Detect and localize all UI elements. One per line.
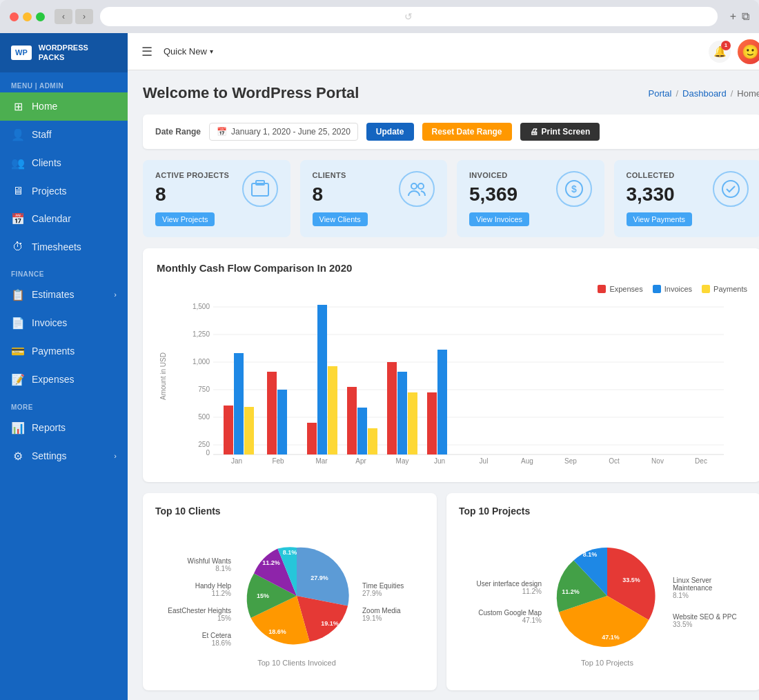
calendar-icon: 📅 [11,212,25,226]
stat-invoiced-label: INVOICED [469,171,529,179]
svg-text:33.5%: 33.5% [622,577,640,583]
svg-text:Oct: Oct [609,457,620,465]
svg-rect-27 [317,305,327,454]
sidebar-item-staff-label: Staff [32,129,52,140]
svg-text:$: $ [571,183,577,194]
page-header: Welcome to WordPress Portal Portal / Das… [143,84,759,102]
update-button[interactable]: Update [366,123,414,141]
svg-text:8.1%: 8.1% [583,551,598,558]
estimates-chevron: › [114,290,117,299]
hamburger-menu[interactable]: ☰ [141,44,152,59]
svg-rect-36 [437,350,447,454]
breadcrumb-dashboard[interactable]: Dashboard [682,88,727,99]
svg-text:Jul: Jul [480,457,489,465]
avatar[interactable]: 🙂 [738,39,759,64]
top-clients-section: Top 10 Clients Wishful Wants 8.1% Handy … [143,493,437,690]
sidebar-item-reports-label: Reports [32,422,66,433]
svg-rect-22 [234,353,244,454]
sidebar-item-home[interactable]: ⊞ Home [0,92,128,121]
legend-invoices: Invoices [664,285,692,293]
svg-text:500: 500 [198,413,210,421]
back-button[interactable]: ‹ [55,9,72,24]
projects-pie-subtitle: Top 10 Projects [581,659,633,667]
forward-button[interactable]: › [75,9,93,24]
bottom-row: Top 10 Clients Wishful Wants 8.1% Handy … [143,493,759,690]
sidebar-item-calendar[interactable]: 📅 Calendar [0,205,128,233]
sidebar-item-reports[interactable]: 📊 Reports [0,414,128,442]
settings-icon: ⚙ [11,450,25,463]
date-range-text: January 1, 2020 - June 25, 2020 [231,127,351,137]
svg-text:27.9%: 27.9% [310,574,328,581]
sidebar-item-timesheets[interactable]: ⏱ Timesheets [0,233,128,261]
minimize-button[interactable] [23,12,32,21]
quick-new-label: Quick New [164,46,207,57]
client-label-eastchester: EastChester Heights 15% [155,607,231,622]
notification-button[interactable]: 🔔 1 [709,41,731,63]
more-label: MORE [0,394,128,414]
sidebar-item-estimates[interactable]: 📋 Estimates › [0,281,128,309]
logo-text: WORDPRESSPACKS [39,43,88,63]
legend-expenses: Expenses [609,285,642,293]
main-content: Welcome to WordPress Portal Portal / Das… [128,70,759,700]
svg-text:Jan: Jan [231,457,242,465]
svg-text:11.2%: 11.2% [562,588,580,595]
traffic-lights [10,12,45,21]
svg-rect-31 [368,428,377,454]
stat-card-projects: ACTIVE PROJECTS 8 View Projects [143,160,290,237]
stat-card-invoiced: INVOICED 5,369 View Invoices $ [457,160,604,237]
breadcrumb-portal[interactable]: Portal [648,88,671,99]
reset-date-button[interactable]: Reset Date Range [422,123,512,141]
stat-card-clients: CLIENTS 8 View Clients [300,160,448,237]
svg-text:Aug: Aug [521,457,533,465]
address-bar[interactable]: ↺ [100,7,718,26]
sidebar-item-clients-label: Clients [32,157,61,168]
projects-pie-chart: 33.5% 47.1% 11.2% 8.1% [549,537,666,654]
calendar-icon-small: 📅 [217,127,227,137]
print-screen-button[interactable]: 🖨 Print Screen [520,123,600,141]
svg-rect-24 [267,372,277,454]
invoiced-stat-icon: $ [556,171,592,207]
svg-rect-30 [357,408,367,454]
maximize-button[interactable] [36,12,45,21]
svg-rect-28 [328,366,337,454]
sidebar-item-projects[interactable]: 🖥 Projects [0,177,128,205]
close-button[interactable] [10,12,19,21]
sidebar-item-invoices[interactable]: 📄 Invoices [0,309,128,337]
date-range-value[interactable]: 📅 January 1, 2020 - June 25, 2020 [209,123,358,141]
bar-chart: 1,500 1,250 1,000 750 500 250 0 [176,300,747,466]
view-invoices-link[interactable]: View Invoices [469,212,529,226]
avatar-image: 🙂 [742,43,759,60]
client-label-wishful: Wishful Wants 8.1% [155,557,231,572]
view-clients-link[interactable]: View Clients [313,212,368,226]
sidebar-item-payments-label: Payments [32,346,75,357]
client-label-etcetera: Et Cetera 18.6% [155,632,231,647]
client-label-zoom-media: Zoom Media 19.1% [362,607,424,622]
sidebar-item-settings-label: Settings [32,450,67,461]
clients-pie-chart: 27.9% 19.1% 18.6% 15% 11.2% 8.1% [238,537,355,654]
view-projects-link[interactable]: View Projects [155,212,215,226]
sidebar-item-staff[interactable]: 👤 Staff [0,121,128,149]
new-tab-button[interactable]: + [730,10,736,23]
svg-rect-29 [347,387,357,454]
svg-rect-33 [397,372,407,454]
sidebar-item-payments[interactable]: 💳 Payments [0,337,128,366]
invoices-icon: 📄 [11,317,25,330]
svg-text:Dec: Dec [695,457,707,465]
windows-button[interactable]: ⧉ [742,10,749,23]
view-payments-link[interactable]: View Payments [627,212,693,226]
svg-text:18.6%: 18.6% [268,628,286,635]
svg-rect-21 [224,406,233,454]
sidebar: WP WORDPRESSPACKS MENU | ADMIN ⊞ Home 👤 … [0,33,128,700]
sidebar-item-settings[interactable]: ⚙ Settings › [0,442,128,470]
svg-text:1,250: 1,250 [193,330,210,338]
sidebar-item-clients[interactable]: 👥 Clients [0,149,128,177]
sidebar-item-invoices-label: Invoices [32,317,67,328]
date-range-bar: Date Range 📅 January 1, 2020 - June 25, … [143,114,759,149]
sidebar-item-expenses[interactable]: 📝 Expenses [0,366,128,394]
notification-badge: 1 [721,41,731,50]
stat-clients-value: 8 [313,183,368,206]
clients-pie-subtitle: Top 10 Clients Invoiced [257,659,336,667]
svg-text:250: 250 [198,441,210,448]
svg-text:19.1%: 19.1% [321,620,339,627]
quick-new-button[interactable]: Quick New ▾ [164,46,213,57]
